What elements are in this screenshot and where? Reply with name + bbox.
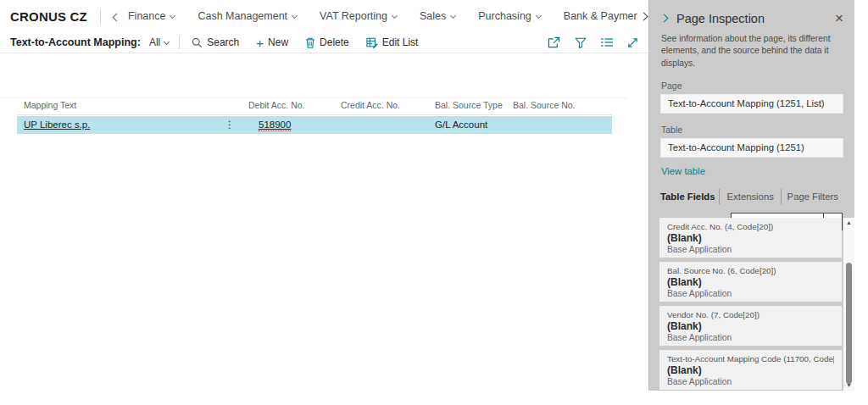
panel-header: Page Inspection ×	[649, 0, 854, 31]
row-ellipsis-icon[interactable]: ⋮	[225, 116, 235, 134]
column-header-mapping-text[interactable]: Mapping Text	[24, 100, 76, 110]
chevron-down-icon	[450, 12, 456, 18]
page-title: Text-to-Account Mapping:	[10, 36, 141, 48]
nav-divider	[100, 9, 101, 24]
nav-scroll-left-icon[interactable]	[114, 8, 120, 24]
nav-item-sales[interactable]: Sales	[420, 10, 455, 22]
page-inspection-panel: Page Inspection × See information about …	[648, 0, 854, 391]
nav-item-finance[interactable]: Finance	[128, 10, 175, 22]
top-navigation: CRONUS CZ Finance Cash Management VAT Re…	[0, 0, 648, 32]
column-header-debit-acc-no[interactable]: Debit Acc. No.	[248, 100, 305, 110]
close-icon[interactable]: ×	[835, 11, 843, 25]
toolbar-right-icons	[548, 36, 638, 48]
edit-list-icon	[366, 37, 378, 48]
column-header-credit-acc-no[interactable]: Credit Acc. No.	[341, 100, 400, 110]
list-item[interactable]: Vendor No. (7, Code[20]) (Blank) Base Ap…	[659, 306, 842, 346]
column-header-bal-source-no[interactable]: Bal. Source No.	[513, 100, 576, 110]
nav-scroll-right-icon[interactable]	[639, 12, 648, 20]
edit-list-button[interactable]: Edit List	[366, 36, 419, 48]
expand-icon[interactable]	[627, 37, 638, 48]
table-field-value: Text-to-Account Mapping (1251)	[660, 138, 843, 158]
nav-item-cash-management[interactable]: Cash Management	[198, 10, 297, 22]
main-content: CRONUS CZ Finance Cash Management VAT Re…	[0, 0, 648, 405]
toolbar-divider	[179, 36, 180, 49]
chevron-down-icon	[392, 12, 398, 18]
table-fields-list: Credit Acc. No. (4, Code[20]) (Blank) Ba…	[659, 218, 842, 391]
tab-page-filters[interactable]: Page Filters	[782, 191, 843, 202]
chevron-down-icon	[536, 12, 542, 18]
table-top-divider	[0, 97, 627, 98]
page-field-value: Text-to-Account Mapping (1251, List)	[660, 94, 843, 114]
scroll-up-icon[interactable]: ▲	[843, 219, 854, 227]
page-toolbar: Text-to-Account Mapping: All Search + Ne…	[0, 32, 648, 53]
panel-scrollbar[interactable]: ▲ ▼	[843, 218, 854, 391]
tab-extensions[interactable]: Extensions	[720, 191, 782, 202]
new-button[interactable]: + New	[256, 36, 288, 49]
page-field-label: Page	[649, 69, 854, 94]
share-icon[interactable]	[548, 36, 560, 48]
list-item[interactable]: Text-to-Account Mapping Code (11700, Cod…	[659, 350, 842, 390]
mapping-text-link[interactable]: UP Liberec s.p.	[24, 116, 90, 134]
nav-items: Finance Cash Management VAT Reporting Sa…	[128, 10, 647, 22]
toolbar-actions: Search + New Delete Edit List	[192, 36, 418, 49]
table-row[interactable]: UP Liberec s.p. ⋮ 518900 G/L Account	[17, 116, 612, 134]
filter-icon[interactable]	[575, 37, 587, 48]
nav-item-purchasing[interactable]: Purchasing	[478, 10, 541, 22]
table-header-row: Mapping Text Debit Acc. No. Credit Acc. …	[0, 100, 627, 114]
collapse-panel-icon[interactable]	[660, 14, 669, 23]
list-item[interactable]: Bal. Source No. (6, Code[20]) (Blank) Ba…	[659, 262, 842, 302]
table-header-divider	[17, 114, 612, 115]
chevron-down-icon	[164, 38, 170, 44]
scroll-down-icon[interactable]: ▼	[843, 381, 854, 390]
list-item[interactable]: Credit Acc. No. (4, Code[20]) (Blank) Ba…	[659, 218, 842, 258]
nav-item-bank-payments[interactable]: Bank & Paymer	[564, 10, 647, 22]
delete-button[interactable]: Delete	[305, 36, 349, 48]
nav-item-vat-reporting[interactable]: VAT Reporting	[320, 10, 397, 22]
search-icon	[192, 37, 203, 48]
chevron-down-icon	[292, 12, 298, 18]
panel-description: See information about the page, its diff…	[649, 31, 854, 69]
company-name[interactable]: CRONUS CZ	[10, 9, 87, 24]
panel-tabs: Table Fields Extensions Page Filters	[660, 188, 843, 205]
bal-source-type-value: G/L Account	[435, 116, 487, 134]
panel-title: Page Inspection	[676, 12, 765, 25]
view-filter-dropdown[interactable]: All	[149, 36, 169, 48]
trash-icon	[305, 37, 315, 48]
view-table-link[interactable]: View table	[661, 166, 705, 176]
column-header-bal-source-type[interactable]: Bal. Source Type	[435, 100, 503, 110]
debit-acc-no-link[interactable]: 518900	[259, 116, 291, 134]
table-field-label: Table	[649, 114, 854, 138]
plus-icon: +	[256, 36, 264, 49]
tab-table-fields[interactable]: Table Fields	[660, 191, 719, 202]
chevron-down-icon	[170, 12, 175, 18]
list-layout-icon[interactable]	[601, 37, 613, 47]
scrollbar-thumb[interactable]	[846, 263, 852, 384]
search-button[interactable]: Search	[192, 36, 239, 48]
